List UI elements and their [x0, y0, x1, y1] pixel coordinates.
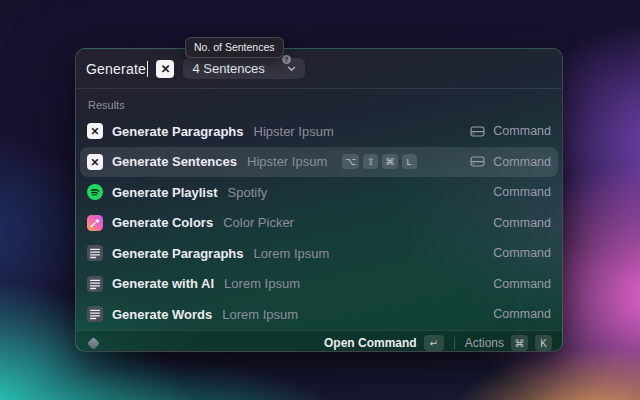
chevron-down-icon: [287, 66, 296, 72]
hipster-ipsum-icon: ✕: [87, 123, 103, 139]
result-row[interactable]: Generate Words Lorem Ipsum Command: [80, 299, 558, 330]
info-badge-icon[interactable]: ?: [282, 55, 291, 64]
shortcut-keys: ⌥ ⇧ ⌘ L: [342, 154, 416, 169]
result-type: Command: [493, 307, 551, 321]
result-title: Generate Colors: [112, 215, 213, 230]
result-title: Generate Paragraphs: [112, 124, 244, 139]
results-list: ✕ Generate Paragraphs Hipster Ipsum Comm…: [76, 113, 562, 330]
k-key: K: [535, 335, 552, 351]
result-subtitle: Hipster Ipsum: [247, 154, 327, 169]
drive-icon: [470, 125, 485, 138]
shift-key: ⇧: [363, 154, 378, 169]
result-subtitle: Spotify: [228, 185, 268, 200]
result-subtitle: Lorem Ipsum: [222, 307, 298, 322]
results-section-label: Results: [76, 89, 562, 113]
dropdown-tooltip: No. of Sentences: [185, 37, 284, 58]
result-title: Generate Playlist: [112, 185, 218, 200]
result-type: Command: [493, 277, 551, 291]
result-row[interactable]: ✕ Generate Paragraphs Hipster Ipsum Comm…: [80, 116, 558, 147]
result-title: Generate Words: [112, 307, 212, 322]
command-key: ⌘: [382, 154, 398, 169]
open-command-button[interactable]: Open Command: [324, 336, 417, 350]
footer-divider: [454, 337, 455, 349]
search-input[interactable]: Generate: [86, 61, 146, 77]
lorem-ipsum-icon: [87, 276, 103, 292]
result-subtitle: Lorem Ipsum: [224, 276, 300, 291]
actions-button[interactable]: Actions: [465, 336, 504, 350]
spotify-icon: [87, 184, 103, 200]
return-key: ↵: [424, 335, 444, 351]
result-row[interactable]: Generate Colors Color Picker Command: [80, 208, 558, 239]
result-type: Command: [493, 185, 551, 199]
result-row-selected[interactable]: ✕ Generate Sentences Hipster Ipsum ⌥ ⇧ ⌘…: [80, 147, 558, 178]
result-type: Command: [493, 155, 551, 169]
result-subtitle: Hipster Ipsum: [254, 124, 334, 139]
sentences-dropdown-value: 4 Sentences: [192, 61, 264, 76]
command-key: ⌘: [511, 335, 528, 351]
drive-icon: [470, 155, 485, 168]
result-subtitle: Color Picker: [223, 215, 294, 230]
hipster-ipsum-icon: ✕: [87, 154, 103, 170]
color-picker-icon: [87, 215, 103, 231]
result-subtitle: Lorem Ipsum: [254, 246, 330, 261]
lorem-ipsum-icon: [87, 245, 103, 261]
result-row[interactable]: Generate with AI Lorem Ipsum Command: [80, 269, 558, 300]
result-type: Command: [493, 246, 551, 260]
result-title: Generate with AI: [112, 276, 214, 291]
result-row[interactable]: Generate Playlist Spotify Command: [80, 177, 558, 208]
l-key: L: [402, 154, 417, 169]
text-caret: [147, 61, 149, 77]
launcher-window: Generate ✕ 4 Sentences ? Results ✕ Gener…: [75, 48, 563, 352]
result-title: Generate Paragraphs: [112, 246, 244, 261]
desktop: { "tooltip": { "text": "No. of Sentences…: [0, 0, 640, 400]
result-row[interactable]: Generate Paragraphs Lorem Ipsum Command: [80, 238, 558, 269]
result-type: Command: [493, 124, 551, 138]
result-title: Generate Sentences: [112, 154, 237, 169]
lorem-ipsum-icon: [87, 306, 103, 322]
action-bar: Open Command ↵ Actions ⌘ K: [76, 330, 562, 353]
search-bar: Generate ✕ 4 Sentences ?: [76, 49, 562, 89]
hipster-ipsum-icon: ✕: [156, 60, 174, 78]
result-type: Command: [493, 216, 551, 230]
raycast-logo-icon: [87, 337, 100, 350]
option-key: ⌥: [342, 154, 359, 169]
